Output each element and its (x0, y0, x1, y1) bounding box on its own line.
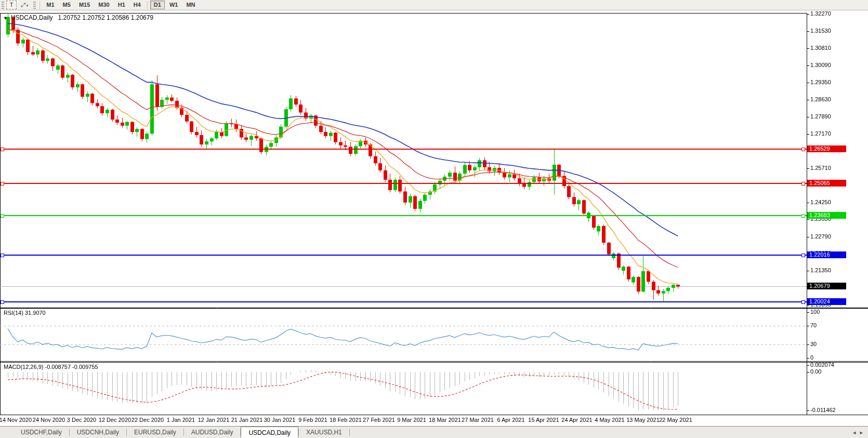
timeframe-button-h4[interactable]: H4 (130, 1, 144, 9)
current-price-label: 1.20679 (807, 283, 846, 289)
date-axis-label: 24 Nov 2020 (33, 417, 65, 423)
date-axis-label: 3 Dec 2020 (67, 417, 96, 423)
price-axis-tick: 1.30090 (810, 62, 831, 68)
date-axis-label: 22 May 2021 (659, 417, 692, 423)
chart-ohlc-values: 1.20752 1.20752 1.20586 1.20679 (58, 14, 154, 21)
rsi-value: 31.9070 (25, 310, 46, 316)
timeframe-button-d1[interactable]: D1 (150, 1, 165, 9)
macd-values: -0.008757 -0.009755 (45, 364, 98, 370)
hline-price-label: 1.25065 (807, 180, 846, 187)
date-axis-label: 4 May 2021 (595, 417, 624, 423)
tab-eurusd[interactable]: EURUSD,Daily (127, 427, 183, 438)
price-axis-tick: 1.29350 (810, 79, 831, 85)
chart-canvas[interactable] (0, 10, 868, 426)
timeframe-button-mn[interactable]: MN (182, 1, 199, 9)
toolbar-separator (40, 1, 40, 9)
price-axis-tick: 1.22790 (810, 233, 831, 240)
price-axis-tick: 1.32270 (810, 10, 831, 17)
macd-name: MACD(12,26,9) (4, 364, 43, 370)
collapse-chart-icon[interactable]: ▼ (3, 16, 8, 21)
macd-axis-tick: -0.011462 (810, 407, 836, 413)
macd-axis-tick: 0.002074 (810, 362, 834, 368)
date-axis-label: 13 May 2021 (626, 417, 660, 423)
date-axis-label: 27 Feb 2021 (363, 417, 395, 423)
chart-symbol-label: USDCAD,Daily (11, 14, 53, 21)
date-axis-label: 12 Jan 2021 (198, 417, 230, 423)
rsi-name: RSI(14) (4, 310, 23, 316)
tab-scroll-controls: ◂ ▸ (853, 427, 868, 438)
rsi-indicator-label: RSI(14) 31.9070 (4, 310, 46, 316)
rsi-axis-tick: 0 (810, 354, 813, 361)
tab-scroll-left-icon[interactable]: ◂ (853, 429, 856, 436)
date-axis-label: 6 Apr 2021 (497, 417, 524, 423)
date-axis-label: 18 Feb 2021 (330, 417, 362, 423)
cursor-mode-button[interactable]: ⤢▾ (18, 1, 31, 9)
timeframe-group: M1M5M15M30H1H4 (42, 1, 145, 9)
tab-usdcad[interactable]: USDCAD,Daily (241, 427, 298, 438)
mt4-window: T ⤢▾ M1M5M15M30H1H4 D1W1MN ▼USDCAD,Daily… (0, 0, 868, 438)
date-axis-label: 24 Apr 2021 (561, 417, 592, 423)
symbol-tab-bar: USDCHF,DailyUSDCNH,DailyEURUSD,DailyAUDU… (0, 426, 868, 438)
tab-separator (349, 429, 350, 436)
price-axis-tick: 1.21350 (810, 267, 831, 273)
hline-price-label: 1.22016 (807, 251, 846, 258)
date-axis-label: 9 Feb 2021 (298, 417, 327, 423)
rsi-axis-tick: 30 (810, 341, 817, 347)
price-axis-tick: 1.24250 (810, 199, 831, 205)
chart-header: ▼USDCAD,Daily1.20752 1.20752 1.20586 1.2… (3, 14, 153, 21)
date-axis-label: 1 Jan 2021 (167, 417, 195, 423)
timeframe-button-m15[interactable]: M15 (75, 1, 94, 9)
price-axis-tick: 1.28630 (810, 96, 831, 102)
timeframe-group: D1W1MN (150, 1, 200, 9)
price-axis-tick: 1.30810 (810, 45, 831, 51)
tab-audusd[interactable]: AUDUSD,Daily (184, 427, 241, 438)
toolbar: T ⤢▾ M1M5M15M30H1H4 D1W1MN (0, 0, 868, 10)
tab-usdchf[interactable]: USDCHF,Daily (14, 427, 69, 438)
date-axis-label: 12 Dec 2020 (99, 417, 131, 423)
date-axis-label: 30 Jan 2021 (264, 417, 296, 423)
date-axis-label: 9 Mar 2021 (397, 417, 426, 423)
timeframe-button-w1[interactable]: W1 (166, 1, 182, 9)
date-axis-label: 22 Dec 2020 (131, 417, 164, 423)
date-axis-label: 15 Apr 2021 (528, 417, 559, 423)
hline-price-label: 1.20024 (807, 298, 846, 305)
tab-usdcnh[interactable]: USDCNH,Daily (70, 427, 126, 438)
timeframe-button-m30[interactable]: M30 (95, 1, 113, 9)
price-axis-tick: 1.31530 (810, 28, 831, 34)
chevron-down-icon: ▾ (27, 4, 29, 7)
timeframe-button-m1[interactable]: M1 (43, 1, 58, 9)
rsi-axis-tick: 100 (810, 309, 820, 315)
date-axis-label: 18 Mar 2021 (429, 417, 461, 423)
timeframe-button-h1[interactable]: H1 (114, 1, 129, 9)
text-tool-button[interactable]: T (6, 1, 17, 9)
hline-price-label: 1.23683 (807, 212, 846, 219)
timeframe-button-m5[interactable]: M5 (59, 1, 74, 9)
chart-area: ▼USDCAD,Daily1.20752 1.20752 1.20586 1.2… (0, 10, 868, 426)
price-axis-tick: 1.25710 (810, 165, 831, 171)
toolbar-grip[interactable] (2, 2, 4, 9)
date-axis-label: 21 Jan 2021 (231, 417, 263, 423)
toolbar-grip[interactable] (33, 2, 36, 9)
hline-price-label: 1.26529 (807, 145, 846, 152)
date-axis-label: 14 Nov 2020 (0, 417, 32, 423)
tab-xauusd[interactable]: XAUUSD,H1 (299, 427, 349, 438)
toolbar-separator (147, 1, 148, 9)
date-axis-label: 27 Mar 2021 (462, 417, 494, 423)
price-axis-tick: 1.27170 (810, 130, 831, 137)
diagonal-arrows-icon: ⤢ (21, 2, 25, 8)
macd-indicator-label: MACD(12,26,9) -0.008757 -0.009755 (4, 364, 98, 370)
tab-scroll-right-icon[interactable]: ▸ (860, 429, 863, 436)
macd-axis-tick: 0.00 (810, 368, 821, 375)
price-axis-tick: 1.27890 (810, 113, 831, 120)
rsi-axis-tick: 70 (810, 322, 817, 328)
